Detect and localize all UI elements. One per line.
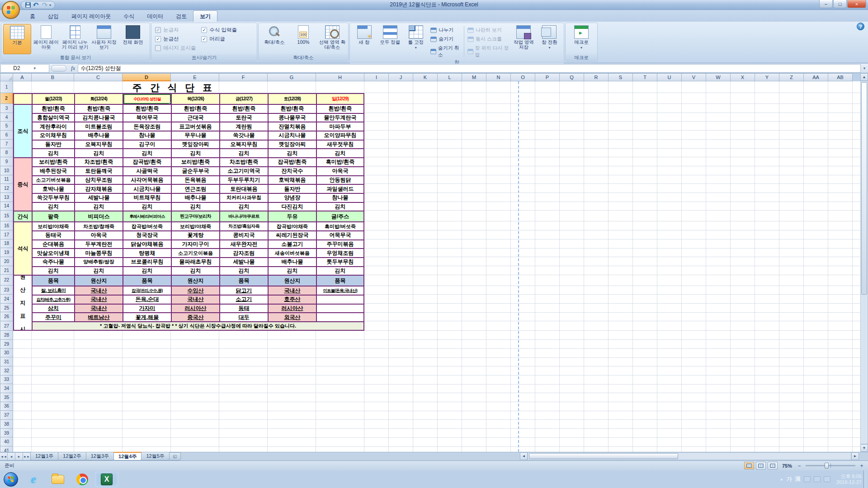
column-header-C[interactable]: C <box>74 73 123 81</box>
start-button[interactable] <box>4 472 18 487</box>
origin-cell[interactable]: 동태 <box>219 304 268 313</box>
help-icon[interactable]: ? <box>857 23 864 30</box>
row-header-32[interactable]: 32 <box>0 366 13 375</box>
origin-header-cell[interactable]: 원산지 <box>171 275 219 286</box>
breakfast-cell[interactable]: 시금치나물 <box>268 131 316 140</box>
dinner-cell[interactable]: 김치 <box>32 266 74 275</box>
breakfast-cell[interactable]: 오복지무침 <box>74 140 123 149</box>
breakfast-cell[interactable]: 김치 <box>123 148 171 157</box>
normal-view-button[interactable] <box>744 462 754 469</box>
breakfast-cell[interactable]: 마파두부 <box>316 122 364 131</box>
sheet-tab-12월5주[interactable]: 12월5주 <box>141 452 169 460</box>
lunch-cell[interactable]: 차조밥/흰죽 <box>74 157 123 166</box>
breakfast-cell[interactable]: 김구이 <box>123 140 171 149</box>
origin-cell[interactable]: 수입산 <box>171 286 219 295</box>
origin-cell[interactable]: 외국산 <box>268 312 316 321</box>
lunch-cell[interactable]: 호박나물 <box>32 184 74 193</box>
first-sheet-icon[interactable]: ◄◄ <box>0 452 8 460</box>
column-header-E[interactable]: E <box>171 73 219 81</box>
scroll-down-icon[interactable]: ▼ <box>860 444 868 452</box>
breakfast-cell[interactable]: 흰밥/흰죽 <box>316 104 364 113</box>
dinner-cell[interactable]: 주꾸미볶음 <box>316 239 364 249</box>
ribbon-button[interactable]: 창 전환▾ <box>537 24 562 59</box>
breakfast-cell[interactable]: 계란후라이 <box>32 122 74 131</box>
row-header-19[interactable]: 19 <box>0 248 13 257</box>
lunch-cell[interactable]: 흑미밥/흰죽 <box>316 157 364 166</box>
origin-cell[interactable]: 주꾸미 <box>32 312 74 321</box>
breakfast-cell[interactable]: 근대국 <box>171 113 219 122</box>
insert-worksheet-tab[interactable]: ◱ <box>169 452 181 460</box>
ribbon-tab-검토[interactable]: 검토 <box>170 11 193 22</box>
row-header-31[interactable]: 31 <box>0 357 13 366</box>
origin-cell[interactable]: 김치(배추,고추가루) <box>32 295 74 304</box>
dinner-cell[interactable]: 닭살야채볶음 <box>123 239 171 249</box>
dinner-cell[interactable]: 숙주나물 <box>32 257 74 266</box>
lunch-cell[interactable]: 삼치무조림 <box>74 175 123 184</box>
next-sheet-icon[interactable]: ► <box>15 452 23 460</box>
dinner-cell[interactable]: 동태국 <box>32 230 74 239</box>
column-header-S[interactable]: S <box>609 73 633 81</box>
snack-cell[interactable]: 후레시베리/비피더스 <box>123 211 171 221</box>
origin-cell[interactable]: 러시아산 <box>268 304 316 313</box>
column-header-R[interactable]: R <box>584 73 609 81</box>
origin-cell[interactable]: 닭고기 <box>219 286 268 295</box>
breakfast-cell[interactable]: 토란국 <box>219 113 268 122</box>
row-header-10[interactable]: 10 <box>0 166 13 175</box>
origin-cell[interactable]: 소고기 <box>219 295 268 304</box>
show-desktop-button[interactable] <box>863 470 868 488</box>
breakfast-cell[interactable]: 김치 <box>171 148 219 157</box>
breakfast-cell[interactable]: 새우젓무침 <box>316 140 364 149</box>
dinner-cell[interactable]: 마늘쫑무침 <box>74 248 123 257</box>
lunch-cell[interactable]: 소고기버섯볶음 <box>32 175 74 184</box>
ribbon-button[interactable]: 숨기기 취소 <box>429 44 462 59</box>
lunch-cell[interactable]: 잡곡밥/흰죽 <box>268 157 316 166</box>
column-header-D[interactable]: D <box>123 73 171 81</box>
taskbar-app-windows-explorer[interactable] <box>46 472 70 487</box>
dinner-cell[interactable]: 잡곡밥/야채죽 <box>268 221 316 230</box>
dinner-cell[interactable]: 탕평채 <box>123 248 171 257</box>
ime-toolbar-icon[interactable] <box>804 476 811 482</box>
lunch-cell[interactable]: 사골떡국 <box>123 166 171 175</box>
origin-header-cell[interactable]: 품목 <box>123 275 171 286</box>
lunch-cell[interactable]: 연근조림 <box>171 184 219 193</box>
sheet-tab-12월1주[interactable]: 12월1주 <box>30 452 58 460</box>
lunch-cell[interactable]: 김치 <box>316 202 364 211</box>
lunch-cell[interactable]: 배추된장국 <box>32 166 74 175</box>
origin-cell[interactable]: 돈육,순대 <box>123 295 171 304</box>
ribbon-tab-삽입[interactable]: 삽입 <box>42 11 65 22</box>
ribbon-button[interactable]: 틀 고정▾ <box>403 24 428 59</box>
breakfast-cell[interactable]: 오복지무침 <box>219 140 268 149</box>
volume-icon[interactable] <box>824 476 830 482</box>
dinner-cell[interactable]: 콩비지국 <box>219 230 268 239</box>
lunch-cell[interactable]: 쑥갓두부무침 <box>32 193 74 202</box>
origin-cell[interactable]: 가자미 <box>123 304 171 313</box>
last-sheet-icon[interactable]: ►► <box>23 452 31 460</box>
breakfast-cell[interactable]: 북어무국 <box>123 113 171 122</box>
snack-cell[interactable]: 찐고구마/보리차 <box>171 211 219 221</box>
dinner-cell[interactable]: 세발나물 <box>219 257 268 266</box>
column-header-P[interactable]: P <box>535 73 560 81</box>
row-header-27[interactable]: 27 <box>0 321 13 331</box>
ribbon-tab-데이터[interactable]: 데이터 <box>141 11 170 22</box>
breakfast-cell[interactable]: 배추나물 <box>74 131 123 140</box>
select-all-corner[interactable] <box>0 73 13 81</box>
breakfast-cell[interactable]: 흰밥/흰죽 <box>171 104 219 113</box>
breakfast-cell[interactable]: 깻잎장아찌 <box>171 140 219 149</box>
dinner-cell[interactable]: 차조밥/흑임자죽 <box>219 221 268 230</box>
network-icon[interactable] <box>814 476 821 482</box>
ribbon-button[interactable]: 100% <box>289 24 317 54</box>
dinner-cell[interactable]: 감자조림 <box>219 248 268 257</box>
page-layout-view-button[interactable] <box>756 462 766 469</box>
lunch-cell[interactable]: 김치 <box>171 202 219 211</box>
insert-function-icon[interactable]: fx <box>68 65 78 72</box>
breakfast-cell[interactable]: 김치 <box>32 148 74 157</box>
origin-header-cell[interactable]: 원산지 <box>268 275 316 286</box>
row-header-11[interactable]: 11 <box>0 175 13 184</box>
ribbon-tab-페이지 레이아웃[interactable]: 페이지 레이아웃 <box>65 11 117 22</box>
sheet-tab-12월2주[interactable]: 12월2주 <box>58 452 86 460</box>
ribbon-button[interactable]: 새 창 <box>352 24 377 59</box>
snack-cell[interactable]: 귤/주스 <box>316 211 364 221</box>
row-header-3[interactable]: 3 <box>0 104 13 113</box>
lunch-cell[interactable]: 차조밥/흰죽 <box>219 157 268 166</box>
origin-cell[interactable]: 쌀, 보리,흑미 <box>32 286 74 295</box>
